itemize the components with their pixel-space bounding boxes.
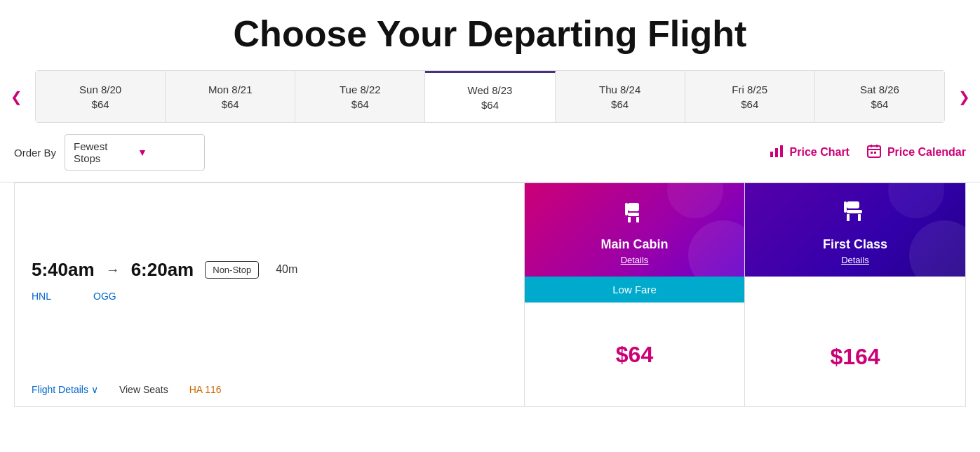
svg-rect-0 (770, 152, 773, 157)
svg-rect-17 (858, 214, 861, 221)
date-price: $64 (92, 98, 109, 110)
bar-chart-icon (769, 143, 784, 162)
price-chart-label: Price Chart (790, 146, 850, 159)
flight-details-link[interactable]: Flight Details ∨ (32, 384, 98, 395)
svg-rect-14 (847, 201, 859, 208)
date-label: Wed 8/23 (468, 84, 513, 96)
date-label: Fri 8/25 (732, 84, 767, 95)
first-class-price-area[interactable]: $164 (745, 307, 965, 406)
first-class-seat-icon (841, 197, 869, 232)
main-cabin-name: Main Cabin (600, 237, 668, 252)
date-tab-tue822[interactable]: Tue 8/22 $64 (295, 71, 425, 122)
flight-info-section: 5:40am → 6:20am Non-Stop 40m HNL OGG Fli… (14, 182, 524, 407)
main-cabin-header: Main Cabin Details (525, 183, 744, 277)
controls-right: Price Chart Price Calendar (769, 143, 966, 162)
flight-airports: HNL OGG (32, 291, 507, 302)
date-label: Sun 8/20 (79, 84, 121, 95)
date-tab-mon821[interactable]: Mon 8/21 $64 (166, 71, 295, 122)
svg-rect-8 (874, 152, 876, 154)
svg-rect-16 (847, 214, 850, 221)
svg-rect-2 (780, 145, 783, 157)
main-cabin-details-link[interactable]: Details (621, 255, 649, 265)
page-wrapper: Choose Your Departing Flight ❮ Sun 8/20 … (0, 0, 980, 452)
date-label: Sat 8/26 (860, 84, 899, 95)
main-cabin-seat-icon (621, 197, 649, 232)
price-calendar-button[interactable]: Price Calendar (866, 143, 966, 162)
date-label: Tue 8/22 (340, 84, 381, 95)
date-price: $64 (871, 98, 888, 110)
dropdown-arrow-icon: ▼ (137, 147, 196, 158)
depart-time: 5:40am (32, 259, 95, 281)
deco2 (667, 183, 723, 218)
order-by-label: Order By (14, 147, 56, 159)
flight-results: 5:40am → 6:20am Non-Stop 40m HNL OGG Fli… (14, 182, 966, 407)
date-price: $64 (481, 99, 499, 111)
svg-rect-7 (871, 152, 873, 154)
page-title: Choose Your Departing Flight (0, 0, 980, 70)
stop-badge: Non-Stop (205, 261, 259, 279)
controls-bar: Order By Fewest Stops ▼ Price Chart (0, 123, 980, 182)
first-class-details-link[interactable]: Details (841, 255, 869, 265)
date-tabs: Sun 8/20 $64 Mon 8/21 $64 Tue 8/22 $64 W… (36, 71, 944, 122)
order-by-dropdown[interactable]: Fewest Stops ▼ (65, 134, 205, 171)
arrow-right-icon: → (106, 262, 120, 278)
date-price: $64 (611, 98, 629, 110)
svg-rect-9 (628, 203, 639, 211)
date-tab-wed823[interactable]: Wed 8/23 $64 (425, 71, 555, 122)
price-calendar-label: Price Calendar (887, 146, 966, 159)
low-fare-badge: Low Fare (525, 277, 744, 303)
deco4 (888, 183, 944, 218)
svg-rect-12 (636, 217, 639, 222)
next-date-nav[interactable]: ❯ (956, 88, 972, 105)
svg-rect-13 (625, 203, 628, 215)
date-tab-sat826[interactable]: Sat 8/26 $64 (815, 71, 944, 122)
order-by-value: Fewest Stops (74, 140, 132, 164)
first-class-spacer (745, 277, 965, 307)
svg-rect-18 (844, 201, 847, 213)
date-selector: Sun 8/20 $64 Mon 8/21 $64 Tue 8/22 $64 W… (35, 70, 945, 123)
flight-duration: 40m (276, 263, 297, 276)
date-price: $64 (222, 98, 239, 110)
view-seats-link[interactable]: View Seats (119, 384, 168, 395)
date-price: $64 (741, 98, 758, 110)
depart-airport: HNL (32, 291, 51, 302)
deco1 (688, 220, 744, 277)
flight-number: HA 116 (189, 384, 222, 395)
flight-times: 5:40am → 6:20am Non-Stop 40m (32, 259, 507, 281)
price-chart-button[interactable]: Price Chart (769, 143, 850, 162)
svg-rect-10 (628, 213, 639, 216)
date-tab-thu824[interactable]: Thu 8/24 $64 (556, 71, 685, 122)
flight-info-content: 5:40am → 6:20am Non-Stop 40m HNL OGG (15, 183, 524, 373)
first-class-price: $164 (830, 344, 880, 370)
date-price: $64 (351, 98, 369, 110)
prev-date-nav[interactable]: ❮ (8, 88, 24, 105)
date-label: Mon 8/21 (208, 84, 253, 95)
svg-rect-15 (847, 210, 862, 213)
main-cabin-price: $64 (616, 342, 653, 368)
first-class-header: First Class Details (745, 183, 965, 277)
svg-rect-1 (775, 148, 778, 157)
chevron-down-icon: ∨ (91, 384, 98, 395)
main-cabin-price-area[interactable]: $64 (525, 303, 744, 406)
arrive-time: 6:20am (131, 259, 194, 281)
arrive-airport: OGG (93, 291, 116, 302)
first-class-name: First Class (823, 237, 887, 252)
date-label: Thu 8/24 (599, 84, 640, 95)
cabin-columns: Main Cabin Details Low Fare $64 (524, 182, 966, 407)
flight-footer: Flight Details ∨ View Seats HA 116 (15, 373, 524, 406)
date-tab-fri825[interactable]: Fri 8/25 $64 (685, 71, 815, 122)
first-class-column: First Class Details $164 (745, 182, 966, 407)
calendar-icon (866, 143, 882, 162)
flight-details-text: Flight Details (32, 384, 88, 395)
deco3 (909, 220, 965, 277)
svg-rect-11 (628, 217, 631, 222)
main-cabin-column: Main Cabin Details Low Fare $64 (524, 182, 745, 407)
date-tab-sun820[interactable]: Sun 8/20 $64 (36, 71, 166, 122)
